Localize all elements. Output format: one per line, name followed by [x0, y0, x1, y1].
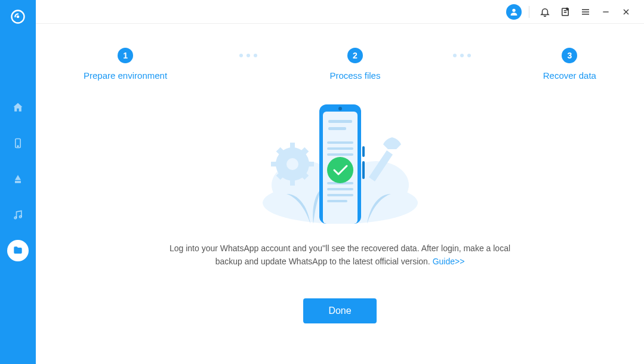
step-number: 1 [118, 48, 133, 63]
done-button[interactable]: Done [303, 298, 376, 323]
svg-rect-29 [327, 147, 353, 150]
svg-rect-32 [327, 188, 353, 190]
svg-rect-16 [307, 162, 314, 166]
bell-icon[interactable] [537, 4, 553, 20]
svg-rect-15 [271, 162, 278, 166]
app-logo-icon [10, 8, 26, 25]
step-number: 2 [347, 48, 363, 63]
note-icon[interactable] [557, 4, 574, 20]
content: 1 Prepare environment 2 Process files 3 … [36, 24, 644, 364]
svg-point-1 [17, 16, 20, 18]
svg-rect-34 [327, 200, 347, 202]
svg-point-4 [14, 217, 16, 218]
step-connector [453, 54, 471, 57]
divider [529, 6, 529, 18]
svg-rect-27 [328, 127, 346, 130]
svg-rect-13 [290, 143, 295, 150]
svg-point-5 [20, 216, 21, 218]
steps-bar: 1 Prepare environment 2 Process files 3 … [84, 48, 596, 81]
sidebar-item-music[interactable] [7, 204, 29, 226]
user-avatar[interactable] [506, 4, 522, 20]
sidebar-item-phone[interactable] [7, 132, 29, 154]
sidebar-item-home[interactable] [7, 97, 29, 118]
svg-point-3 [17, 146, 19, 147]
step-label: Process files [329, 70, 380, 81]
step-connector [239, 54, 257, 57]
close-button[interactable] [618, 4, 634, 20]
titlebar [36, 0, 644, 24]
svg-rect-28 [327, 141, 353, 144]
svg-rect-30 [327, 153, 353, 156]
instruction-text: Log into your WhatsApp account and you''… [155, 242, 525, 269]
svg-point-12 [286, 158, 298, 170]
svg-rect-14 [290, 178, 295, 186]
minimize-button[interactable] [597, 4, 614, 20]
svg-rect-33 [327, 194, 353, 196]
sidebar-item-cloud[interactable] [7, 168, 29, 190]
step-3: 3 Recover data [543, 48, 596, 81]
step-label: Recover data [543, 70, 596, 81]
guide-link[interactable]: Guide>> [433, 257, 465, 266]
svg-rect-26 [328, 120, 352, 123]
step-2: 2 Process files [329, 48, 380, 81]
svg-rect-25 [362, 161, 365, 179]
sidebar [0, 0, 36, 364]
main-area: 1 Prepare environment 2 Process files 3 … [36, 0, 644, 364]
step-number: 3 [562, 48, 577, 63]
svg-point-6 [512, 8, 515, 11]
success-illustration [251, 98, 430, 224]
step-1: 1 Prepare environment [84, 48, 167, 81]
menu-icon[interactable] [577, 4, 594, 20]
step-label: Prepare environment [84, 70, 167, 81]
sidebar-item-folder[interactable] [7, 240, 29, 261]
svg-point-35 [327, 157, 353, 183]
svg-rect-24 [362, 146, 365, 157]
svg-point-23 [338, 107, 342, 110]
